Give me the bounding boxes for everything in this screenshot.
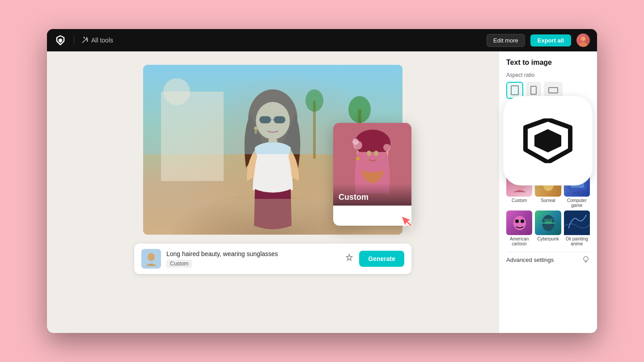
tab-art[interactable]: Art bbox=[539, 157, 555, 168]
svg-point-2 bbox=[579, 42, 587, 47]
prompt-bar: Long haired beauty, wearing sunglasses C… bbox=[134, 244, 411, 274]
tab-more[interactable]: A bbox=[557, 157, 571, 168]
aspect-landscape-button[interactable] bbox=[544, 82, 563, 99]
panel-title: Text to image bbox=[506, 59, 590, 67]
canvas-area: Long haired beauty, wearing sunglasses C… bbox=[47, 51, 499, 333]
style-american-cartoon[interactable]: American cartoon bbox=[506, 210, 532, 246]
woman-figure bbox=[215, 78, 331, 235]
original-button[interactable]: Original bbox=[506, 102, 534, 113]
aspect-portrait-sm-button[interactable] bbox=[526, 82, 541, 99]
aspect-ratio-options bbox=[506, 82, 590, 99]
svg-rect-35 bbox=[564, 210, 590, 235]
style-cyberpunk-img bbox=[535, 210, 561, 235]
svg-point-21 bbox=[148, 253, 155, 261]
svg-point-23 bbox=[513, 173, 527, 182]
topbar: All tools Edit more Export all bbox=[47, 29, 597, 51]
all-tools-label: All tools bbox=[91, 37, 113, 44]
advanced-settings[interactable]: Advanced settings bbox=[506, 252, 590, 264]
svg-point-11 bbox=[254, 130, 257, 134]
svg-point-31 bbox=[515, 219, 519, 223]
advanced-settings-label: Advanced settings bbox=[506, 257, 554, 263]
prompt-text: Long haired beauty, wearing sunglasses bbox=[166, 250, 339, 257]
main-content: Long haired beauty, wearing sunglasses C… bbox=[47, 51, 597, 333]
style-surreal-label: Surreal bbox=[535, 198, 561, 203]
num-2-button[interactable]: 2 bbox=[525, 128, 541, 142]
svg-rect-29 bbox=[573, 192, 582, 194]
bulb-icon bbox=[582, 256, 590, 264]
style-computer-label: Computer game bbox=[564, 198, 590, 208]
generate-button[interactable]: Generate bbox=[359, 251, 404, 267]
style-cyberpunk-label: Cyberpunk bbox=[535, 236, 561, 241]
export-all-button[interactable]: Export all bbox=[530, 34, 571, 46]
style-custom-img bbox=[506, 172, 532, 197]
right-panel: Text to image Aspect ratio Original Numb… bbox=[499, 51, 597, 333]
edit-more-button[interactable]: Edit more bbox=[487, 34, 525, 47]
aspect-ratio-label: Aspect ratio bbox=[506, 72, 590, 78]
prompt-style-tag[interactable]: Custom bbox=[166, 260, 192, 268]
style-grid: Custom Surreal bbox=[506, 172, 590, 246]
all-tools-nav[interactable]: All tools bbox=[81, 37, 113, 44]
prompt-text-area: Long haired beauty, wearing sunglasses C… bbox=[166, 250, 339, 268]
style-oilpaint-label: Oil painting anime bbox=[564, 236, 590, 246]
portrait-icon bbox=[511, 85, 519, 95]
style-surreal[interactable]: Surreal bbox=[535, 172, 561, 208]
num-images-options: 1 2 bbox=[506, 128, 590, 142]
style-computer-img bbox=[564, 172, 590, 197]
svg-rect-9 bbox=[268, 139, 277, 143]
style-custom-label: Custom bbox=[506, 198, 532, 203]
style-computer-game[interactable]: Computer game bbox=[564, 172, 590, 208]
magic-wand-icon bbox=[81, 37, 89, 44]
tab-trending[interactable]: Trending bbox=[506, 157, 537, 168]
svg-point-25 bbox=[540, 175, 547, 182]
svg-point-32 bbox=[521, 219, 524, 223]
styles-label: Styles bbox=[506, 147, 590, 153]
svg-rect-6 bbox=[259, 116, 271, 123]
landscape-icon bbox=[548, 87, 558, 93]
magic-enhance-icon[interactable] bbox=[345, 253, 354, 264]
style-american-label: American cartoon bbox=[506, 236, 532, 246]
svg-rect-28 bbox=[571, 179, 584, 188]
style-american-img bbox=[506, 210, 532, 235]
num-1-button[interactable]: 1 bbox=[506, 128, 522, 142]
aspect-portrait-button[interactable] bbox=[506, 82, 523, 99]
svg-point-36 bbox=[584, 257, 588, 261]
svg-point-10 bbox=[254, 126, 258, 130]
prompt-thumbnail bbox=[141, 249, 161, 269]
portrait-sm-icon bbox=[530, 86, 537, 95]
svg-rect-34 bbox=[545, 220, 552, 224]
user-avatar[interactable] bbox=[576, 34, 590, 47]
svg-point-1 bbox=[581, 37, 585, 41]
capcut-logo[interactable] bbox=[54, 34, 67, 46]
style-surreal-img bbox=[535, 172, 561, 197]
topbar-divider bbox=[74, 36, 74, 45]
style-custom[interactable]: Custom bbox=[506, 172, 532, 208]
svg-point-26 bbox=[551, 178, 556, 184]
style-cyberpunk[interactable]: Cyberpunk bbox=[535, 210, 561, 246]
style-oil-painting[interactable]: Oil painting anime bbox=[564, 210, 590, 246]
app-window: All tools Edit more Export all bbox=[47, 29, 597, 333]
num-images-label: Number of images bbox=[506, 118, 590, 125]
styles-tabs: Trending Art A bbox=[506, 157, 590, 168]
style-oilpaint-img bbox=[564, 210, 590, 235]
main-canvas-image bbox=[143, 65, 402, 235]
svg-rect-7 bbox=[274, 116, 285, 123]
